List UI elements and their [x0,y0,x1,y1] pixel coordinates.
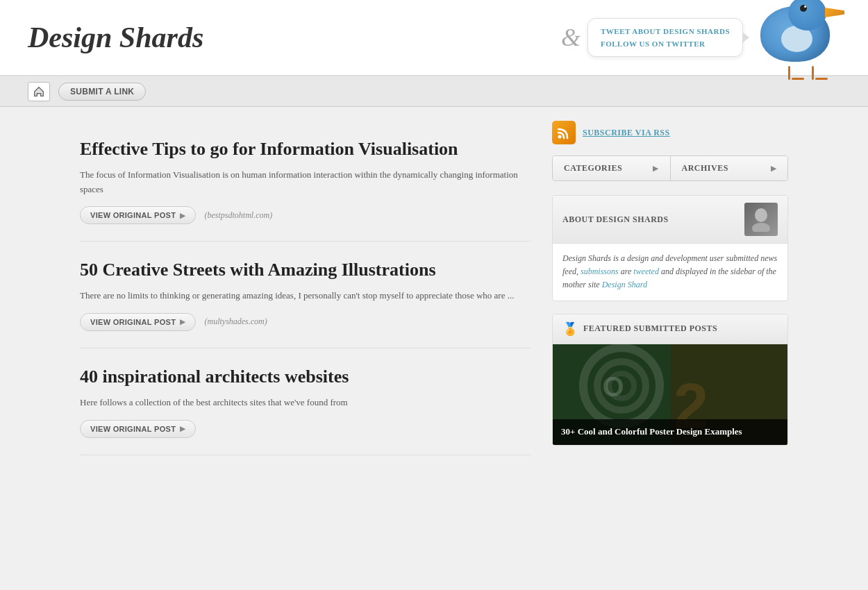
bird-eye [800,5,807,12]
star-icon: 🏅 [562,321,578,337]
sidebar: SUBSCRIBE VIA RSS CATEGORIES ▶ ARCHIVES … [552,121,788,455]
twitter-area: & TWEET ABOUT DESIGN SHARDS FOLLOW US ON… [561,0,840,83]
post-item: 50 Creative Streets with Amazing Illustr… [80,242,531,348]
about-body: Design Shards is a design and developmen… [553,244,787,301]
post-title-link[interactable]: 40 inspirational architects websites [80,366,349,387]
post-item: Effective Tips to go for Information Vis… [80,121,531,242]
categories-tab[interactable]: CATEGORIES ▶ [553,156,671,180]
archives-tab[interactable]: ARCHIVES ▶ [671,156,788,180]
submit-link-button[interactable]: SUBMIT A LINK [58,83,146,101]
post-title: 40 inspirational architects websites [80,365,531,389]
archives-arrow-icon: ▶ [771,165,777,172]
arrow-icon: ▶ [180,318,185,326]
rss-link[interactable]: SUBSCRIBE VIA RSS [583,128,670,138]
post-source: (multyshades.com) [204,317,267,327]
view-post-button[interactable]: VIEW ORIGINAL POST ▶ [80,420,196,438]
view-post-label: VIEW ORIGINAL POST [90,211,176,219]
about-section: ABOUT DESIGN SHARDS Design Shards is a d… [552,195,788,301]
post-footer: VIEW ORIGINAL POST ▶ [80,420,531,438]
ampersand-decoration: & [561,23,581,52]
view-post-label: VIEW ORIGINAL POST [90,425,176,433]
rss-icon-svg [557,126,571,140]
rss-bar: SUBSCRIBE VIA RSS [552,121,788,144]
twitter-bird [750,0,840,83]
featured-title: FEATURED SUBMITTED POSTS [583,323,717,334]
post-footer: VIEW ORIGINAL POST ▶ (bestpsdtohtml.com) [80,206,531,224]
view-post-label: VIEW ORIGINAL POST [90,318,176,326]
svg-point-0 [558,135,562,139]
tweet-about-link[interactable]: TWEET ABOUT DESIGN SHARDS [601,27,730,35]
post-title: 50 Creative Streets with Amazing Illustr… [80,258,531,282]
bird-feet [785,66,828,83]
tweeted-link[interactable]: tweeted [633,267,659,276]
post-excerpt: The focus of Information Visualisation i… [80,168,531,197]
post-footer: VIEW ORIGINAL POST ▶ (multyshades.com) [80,313,531,331]
arrow-icon: ▶ [180,212,185,219]
avatar [744,203,778,236]
about-text-2: are [621,267,632,276]
content-area: Effective Tips to go for Information Vis… [80,121,531,455]
follow-twitter-link[interactable]: FOLLOW US ON TWITTER [601,40,730,48]
post-title-link[interactable]: Effective Tips to go for Information Vis… [80,139,458,159]
view-post-button[interactable]: VIEW ORIGINAL POST ▶ [80,313,196,331]
home-button[interactable] [28,82,50,101]
featured-section: 🏅 FEATURED SUBMITTED POSTS 2 [552,314,788,446]
arrow-icon: ▶ [180,425,185,432]
avatar-placeholder [744,203,778,236]
post-title-link[interactable]: 50 Creative Streets with Amazing Illustr… [80,260,436,280]
featured-header: 🏅 FEATURED SUBMITTED POSTS [553,314,787,344]
design-shard-link[interactable]: Design Shard [602,280,647,289]
svg-text:O: O [602,371,624,402]
featured-image-wrap[interactable]: 2 O 30+ Cool and Colorful Poster Design … [553,344,787,445]
bird-beak [825,8,844,17]
about-title: ABOUT DESIGN SHARDS [562,214,669,225]
archives-label: ARCHIVES [682,163,728,174]
post-excerpt: There are no limits to thinking or gener… [80,289,531,303]
post-item: 40 inspirational architects websites Her… [80,348,531,455]
about-header: ABOUT DESIGN SHARDS [553,196,787,244]
twitter-bubble: TWEET ABOUT DESIGN SHARDS FOLLOW US ON T… [587,18,743,57]
post-title: Effective Tips to go for Information Vis… [80,137,531,161]
categories-label: CATEGORIES [564,163,622,174]
post-source: (bestpsdtohtml.com) [204,210,272,221]
submissons-link[interactable]: submissons [581,267,619,276]
featured-caption: 30+ Cool and Colorful Poster Design Exam… [553,419,787,445]
site-logo[interactable]: Design Shards [28,21,203,54]
home-icon [33,85,45,98]
rss-icon [552,121,576,144]
main-layout: Effective Tips to go for Information Vis… [52,107,816,469]
categories-archives-tabs: CATEGORIES ▶ ARCHIVES ▶ [552,155,788,181]
site-header: Design Shards & TWEET ABOUT DESIGN SHARD… [0,0,868,76]
categories-arrow-icon: ▶ [653,165,659,172]
view-post-button[interactable]: VIEW ORIGINAL POST ▶ [80,206,196,224]
svg-point-1 [755,208,767,222]
post-excerpt: Here follows a collection of the best ar… [80,396,531,410]
svg-point-2 [752,223,770,232]
